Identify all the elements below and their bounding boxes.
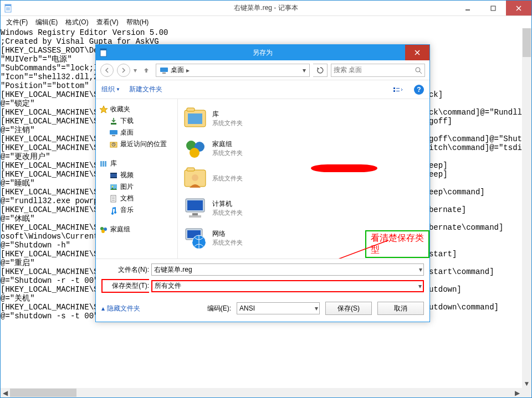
horizontal-scrollbar[interactable]: ◀ ▶ (1, 388, 522, 397)
savetype-input[interactable]: 所有文件 ▾ (151, 280, 424, 292)
svg-point-40 (101, 230, 105, 233)
minimize-button[interactable] (455, 1, 480, 15)
sidebar-item-pictures[interactable]: 图片 (98, 181, 175, 193)
sidebar-homegroup[interactable]: 家庭组 (98, 224, 175, 235)
notepad-titlebar[interactable]: 右键菜单.reg - 记事本 (1, 1, 531, 16)
content-pane[interactable]: 库 系统文件夹 家庭组 系统文件夹 系统文件夹 (178, 99, 429, 259)
notepad-icon (99, 48, 108, 57)
arrow-up-icon (142, 66, 150, 74)
help-button[interactable]: ? (414, 85, 424, 95)
chevron-down-icon: ▼ (116, 87, 120, 92)
menu-view[interactable]: 查看(V) (93, 17, 122, 28)
sidebar-favorites[interactable]: 收藏夹 (98, 104, 175, 115)
file-name: 网络 (212, 229, 243, 239)
address-bar[interactable]: 桌面 ▸ ▾ (156, 64, 310, 77)
encoding-label: 编码(E): (207, 304, 231, 313)
svg-rect-10 (100, 49, 106, 50)
arrow-left-icon (104, 67, 110, 74)
encoding-select[interactable]: ANSI ▾ (237, 302, 320, 314)
sidebar-homegroup-label: 家庭组 (110, 225, 130, 234)
file-name: 库 (212, 110, 243, 119)
music-icon (109, 206, 118, 215)
search-box[interactable]: 搜索 桌面 (331, 64, 425, 77)
svg-rect-30 (110, 173, 117, 174)
content-item-homegroup[interactable]: 家庭组 系统文件夹 (180, 133, 427, 163)
sidebar-item-label: 桌面 (120, 128, 134, 137)
arrow-right-icon (120, 67, 127, 74)
documents-icon (109, 194, 118, 203)
sidebar-item-music[interactable]: 音乐 (98, 204, 175, 216)
file-sub: 系统文件夹 (212, 239, 243, 247)
maximize-button[interactable] (480, 1, 506, 15)
svg-rect-27 (103, 161, 104, 167)
refresh-button[interactable] (313, 64, 328, 77)
svg-point-15 (416, 68, 420, 72)
nav-recent-dropdown[interactable]: ▾ (134, 66, 137, 74)
dialog-footer: ▴ 隐藏文件夹 编码(E): ANSI ▾ 保存(S) 取消 (96, 296, 429, 322)
sidebar-item-recent[interactable]: 最近访问的位置 (98, 138, 175, 150)
dialog-close-button[interactable] (405, 45, 429, 60)
sidebar-item-downloads[interactable]: 下载 (98, 115, 175, 127)
dialog-toolbar: 组织 ▼ 新建文件夹 ? (96, 80, 429, 99)
scroll-down-icon[interactable]: ▼ (522, 379, 531, 388)
encoding-value: ANSI (239, 304, 255, 312)
file-name: 计算机 (212, 199, 243, 209)
svg-point-46 (190, 148, 200, 158)
menu-help[interactable]: 帮助(H) (123, 17, 152, 28)
new-folder-label: 新建文件夹 (129, 85, 162, 94)
sidebar-favorites-label: 收藏夹 (110, 105, 130, 114)
chevron-right-icon: ▸ (184, 66, 192, 74)
file-sub: 系统文件夹 (212, 149, 243, 157)
nav-back-button[interactable] (100, 64, 114, 77)
scroll-left-icon[interactable]: ◀ (1, 388, 10, 397)
nav-forward-button[interactable] (117, 64, 130, 77)
minimize-icon (465, 6, 470, 11)
computer-big-icon (182, 195, 208, 221)
save-button[interactable]: 保存(S) (325, 302, 372, 315)
sidebar-item-label: 最近访问的位置 (120, 139, 167, 149)
pictures-icon (109, 183, 118, 192)
saveas-dialog: 另存为 ▾ 桌面 ▸ ▾ (95, 44, 430, 322)
view-options-button[interactable] (388, 84, 407, 96)
annotation-text: 看清楚保存类型 (365, 230, 429, 258)
content-item-user[interactable]: 系统文件夹 (180, 163, 427, 193)
nav-pane: 收藏夹 下载 桌面 最近访问的位置 库 (96, 99, 178, 259)
file-sub: 系统文件夹 (212, 174, 243, 183)
chevron-down-icon[interactable]: ▾ (315, 304, 318, 312)
filename-label: 文件名(N): (101, 265, 149, 275)
chevron-down-icon[interactable]: ▾ (419, 266, 422, 273)
content-item-libraries[interactable]: 库 系统文件夹 (180, 104, 427, 133)
organize-menu[interactable]: 组织 ▼ (101, 85, 120, 94)
address-dropdown[interactable]: ▾ (300, 66, 308, 74)
sidebar-libraries[interactable]: 库 (98, 158, 175, 169)
view-icon (393, 86, 403, 94)
chevron-up-icon: ▴ (101, 304, 105, 312)
scroll-right-icon[interactable]: ▶ (513, 388, 522, 397)
cancel-button[interactable]: 取消 (377, 302, 424, 315)
sidebar-item-documents[interactable]: 文档 (98, 193, 175, 204)
menu-format[interactable]: 格式(O) (62, 17, 91, 28)
filename-input[interactable]: 右键菜单.reg ▾ (151, 263, 424, 276)
menu-edit[interactable]: 编辑(E) (32, 17, 61, 28)
hide-folders-button[interactable]: ▴ 隐藏文件夹 (101, 304, 140, 313)
chevron-down-icon[interactable]: ▾ (418, 282, 422, 290)
content-item-computer[interactable]: 计算机 系统文件夹 (180, 193, 427, 223)
saveas-titlebar[interactable]: 另存为 (96, 45, 429, 60)
sidebar-item-desktop[interactable]: 桌面 (98, 127, 175, 138)
breadcrumb-desktop[interactable]: 桌面 ▸ (157, 64, 194, 76)
sidebar-item-label: 视频 (120, 170, 134, 180)
svg-rect-21 (111, 123, 116, 125)
vertical-scrollbar[interactable]: ▲ ▼ (522, 28, 531, 388)
close-button[interactable] (506, 1, 531, 15)
hscroll-thumb[interactable] (10, 389, 76, 397)
sidebar-item-videos[interactable]: 视频 (98, 169, 175, 181)
menu-file[interactable]: 文件(F) (3, 17, 31, 28)
downloads-icon (109, 117, 118, 126)
saveas-title: 另存为 (96, 48, 429, 58)
nav-up-button[interactable] (140, 64, 152, 76)
save-label: 保存(S) (337, 304, 360, 313)
svg-rect-52 (192, 213, 198, 215)
new-folder-button[interactable]: 新建文件夹 (129, 85, 162, 94)
favorites-icon (99, 105, 108, 114)
scroll-thumb[interactable] (523, 28, 531, 57)
